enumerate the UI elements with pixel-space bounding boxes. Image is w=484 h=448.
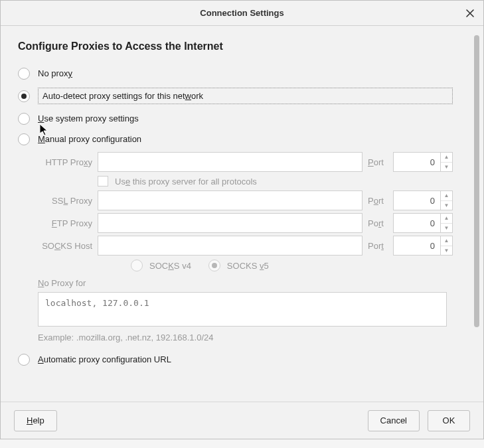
socks-host-row: SOCKS Host Port ▲▼ <box>38 236 453 256</box>
radio-label: Use system proxy settings <box>38 112 139 125</box>
chevron-down-icon[interactable]: ▼ <box>441 246 452 256</box>
body-area: Configure Proxies to Access the Internet… <box>1 26 483 402</box>
use-all-protocols-label: Use this proxy server for all protocols <box>115 177 257 187</box>
ssl-port-stepper[interactable]: ▲▼ <box>441 190 453 210</box>
chevron-up-icon[interactable]: ▲ <box>441 214 452 224</box>
ftp-port-stepper[interactable]: ▲▼ <box>441 213 453 233</box>
radio-icon[interactable] <box>18 113 30 125</box>
ftp-port-input[interactable] <box>393 213 441 233</box>
socks-port-label: Port <box>368 241 388 251</box>
http-proxy-row: HTTP Proxy Port ▲▼ <box>38 152 453 172</box>
ftp-port-label: Port <box>368 218 388 228</box>
scrollbar[interactable] <box>470 26 483 402</box>
no-proxy-for-input[interactable] <box>38 292 447 327</box>
radio-manual[interactable]: Manual proxy configuration <box>18 129 453 149</box>
titlebar: Connection Settings <box>1 1 483 26</box>
socks-host-input[interactable] <box>98 236 363 256</box>
radio-label: Auto-detect proxy settings for this netw… <box>38 88 453 104</box>
radio-icon[interactable] <box>18 68 30 80</box>
chevron-up-icon[interactable]: ▲ <box>441 191 452 201</box>
socks-port-stepper[interactable]: ▲▼ <box>441 236 453 256</box>
connection-settings-dialog: Connection Settings Configure Proxies to… <box>0 0 484 439</box>
ssl-proxy-input[interactable] <box>98 190 363 210</box>
radio-socks-v5[interactable] <box>208 260 220 271</box>
ssl-port-label: Port <box>368 196 388 206</box>
ftp-proxy-input[interactable] <box>98 213 363 233</box>
ssl-port-input[interactable] <box>393 190 441 210</box>
http-proxy-input[interactable] <box>98 152 363 172</box>
scrollbar-thumb[interactable] <box>474 35 479 327</box>
radio-use-system[interactable]: Use system proxy settings <box>18 108 453 129</box>
cancel-button[interactable]: Cancel <box>368 410 420 431</box>
content: Configure Proxies to Access the Internet… <box>1 26 470 402</box>
radio-label: Automatic proxy configuration URL <box>38 353 171 366</box>
chevron-down-icon[interactable]: ▼ <box>441 163 452 172</box>
socks-v4-label: SOCKS v4 <box>149 261 191 271</box>
chevron-up-icon[interactable]: ▲ <box>441 236 452 246</box>
section-heading: Configure Proxies to Access the Internet <box>18 40 453 52</box>
ftp-proxy-label: FTP Proxy <box>38 218 92 228</box>
chevron-down-icon[interactable]: ▼ <box>441 201 452 210</box>
radio-icon[interactable] <box>18 90 30 102</box>
socks-v5-label: SOCKS v5 <box>227 261 269 271</box>
use-all-protocols-checkbox[interactable] <box>98 176 108 187</box>
ftp-proxy-row: FTP Proxy Port ▲▼ <box>38 213 453 233</box>
socks-host-label: SOCKS Host <box>38 241 92 251</box>
radio-socks-v4[interactable] <box>131 260 143 271</box>
window-title: Connection Settings <box>200 8 283 18</box>
ssl-proxy-row: SSL Proxy Port ▲▼ <box>38 190 453 210</box>
radio-automatic-url[interactable]: Automatic proxy configuration URL <box>18 349 453 370</box>
radio-label: Manual proxy configuration <box>38 133 141 145</box>
no-proxy-for-label: No Proxy for <box>38 278 453 288</box>
http-port-stepper[interactable]: ▲▼ <box>441 152 453 172</box>
no-proxy-example: Example: .mozilla.org, .net.nz, 192.168.… <box>38 333 453 342</box>
socks-version-row: SOCKS v4 SOCKS v5 <box>131 260 453 271</box>
radio-icon[interactable] <box>18 133 30 145</box>
radio-label: No proxy <box>38 67 72 80</box>
radio-no-proxy[interactable]: No proxy <box>18 63 453 84</box>
chevron-down-icon[interactable]: ▼ <box>441 224 452 233</box>
ok-button[interactable]: OK <box>428 410 470 431</box>
chevron-up-icon[interactable]: ▲ <box>441 153 452 163</box>
radio-auto-detect[interactable]: Auto-detect proxy settings for this netw… <box>18 84 453 108</box>
manual-proxy-group: HTTP Proxy Port ▲▼ Use this proxy server… <box>38 152 453 271</box>
close-icon[interactable] <box>463 7 477 20</box>
http-port-label: Port <box>368 157 388 167</box>
http-port-input[interactable] <box>393 152 441 172</box>
http-proxy-label: HTTP Proxy <box>38 157 92 167</box>
dialog-footer: Help Cancel OK <box>1 402 483 439</box>
socks-port-input[interactable] <box>393 236 441 256</box>
radio-icon[interactable] <box>18 354 30 366</box>
help-button[interactable]: Help <box>14 410 57 431</box>
use-all-protocols-row[interactable]: Use this proxy server for all protocols <box>98 176 453 187</box>
ssl-proxy-label: SSL Proxy <box>38 196 92 206</box>
